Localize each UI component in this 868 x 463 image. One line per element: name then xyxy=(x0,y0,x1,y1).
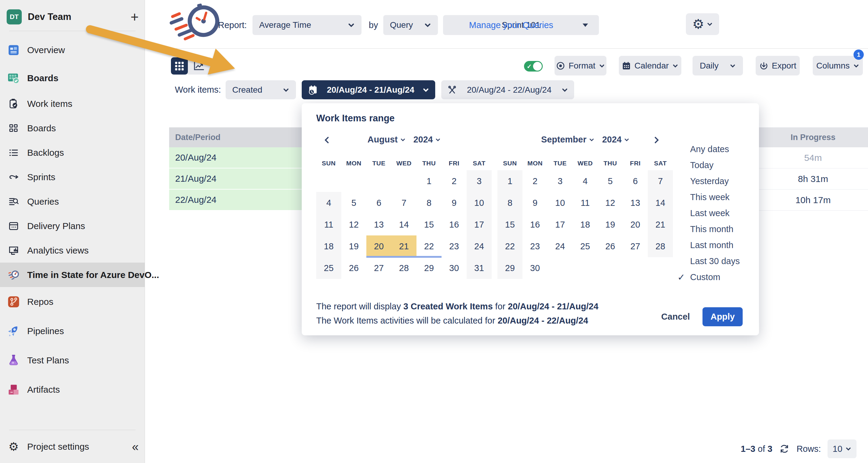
sidebar-item-test-plans[interactable]: Test Plans xyxy=(0,345,145,375)
calendar-day[interactable]: 30 xyxy=(441,257,467,279)
sidebar-item-analytics-views[interactable]: Analytics views xyxy=(0,238,145,263)
preset-option-last-month[interactable]: Last month xyxy=(676,237,758,253)
calendar-day[interactable]: 9 xyxy=(523,192,548,214)
calendar-day[interactable]: 12 xyxy=(341,214,366,235)
calendar-day[interactable]: 2 xyxy=(523,170,548,192)
preset-option-today[interactable]: Today xyxy=(676,157,758,173)
calendar-button[interactable]: Calendar xyxy=(619,56,681,75)
calendar-day[interactable]: 5 xyxy=(341,192,366,214)
preset-option-any-dates[interactable]: Any dates xyxy=(676,141,758,157)
calendar-day[interactable]: 24 xyxy=(548,235,572,257)
preset-option-this-month[interactable]: This month xyxy=(676,221,758,237)
collapse-sidebar-icon[interactable]: « xyxy=(132,440,138,454)
sidebar-item-sprints[interactable]: Sprints xyxy=(0,165,145,189)
manage-queries-link[interactable]: Manage your Queries xyxy=(469,15,553,35)
year-select[interactable]: 2024 xyxy=(413,135,441,144)
grid-view-button[interactable] xyxy=(171,57,188,74)
calendar-day[interactable]: 5 xyxy=(598,170,623,192)
calendar-day[interactable]: 13 xyxy=(623,192,648,214)
sidebar-item-boards[interactable]: Boards xyxy=(0,65,145,92)
rows-per-page-dropdown[interactable]: 10 xyxy=(828,439,857,458)
calendar-day[interactable]: 18 xyxy=(316,235,341,257)
export-button[interactable]: Export xyxy=(756,56,800,75)
month-select[interactable]: August xyxy=(368,135,406,144)
refresh-button[interactable] xyxy=(779,443,790,454)
calendar-day[interactable]: 7 xyxy=(648,170,673,192)
calendar-day[interactable]: 23 xyxy=(441,235,467,257)
sidebar-item-overview[interactable]: Overview xyxy=(0,36,145,65)
sidebar-item-artifacts[interactable]: Artifacts xyxy=(0,375,145,404)
calendar-day[interactable]: 22 xyxy=(416,235,441,257)
sidebar-item-backlogs[interactable]: Backlogs xyxy=(0,140,145,165)
sidebar-item-repos[interactable]: Repos xyxy=(0,287,145,316)
calendar-day[interactable]: 25 xyxy=(316,257,341,279)
apply-button[interactable]: Apply xyxy=(703,307,743,326)
sidebar-item-pipelines[interactable]: Pipelines xyxy=(0,316,145,345)
calendar-day[interactable]: 3 xyxy=(467,170,492,192)
add-project-button[interactable]: + xyxy=(129,11,141,23)
calendar-day[interactable]: 20 xyxy=(366,235,392,257)
calendar-day[interactable]: 11 xyxy=(316,214,341,235)
sidebar-item-delivery-plans[interactable]: Delivery Plans xyxy=(0,214,145,238)
calendar-day[interactable]: 10 xyxy=(467,192,492,214)
month-select[interactable]: September xyxy=(541,135,594,144)
calendar-day[interactable]: 7 xyxy=(392,192,416,214)
work-items-state-dropdown[interactable]: Created xyxy=(226,80,296,99)
calendar-day[interactable]: 14 xyxy=(648,192,673,214)
calendar-day[interactable]: 6 xyxy=(623,170,648,192)
year-select[interactable]: 2024 xyxy=(602,135,630,144)
calendar-day[interactable]: 1 xyxy=(497,170,523,192)
sidebar-item-time-in-state-for-azure-devo[interactable]: Time in State for Azure DevO... xyxy=(0,263,145,287)
calendar-day[interactable]: 24 xyxy=(467,235,492,257)
sidebar-item-boards[interactable]: Boards xyxy=(0,116,145,140)
report-range-dropdown[interactable]: 20/Aug/24 - 21/Aug/24 xyxy=(302,80,435,99)
calendar-day[interactable]: 21 xyxy=(648,214,673,235)
calendar-day[interactable]: 26 xyxy=(341,257,366,279)
calendar-day[interactable]: 4 xyxy=(316,192,341,214)
settings-gear-button[interactable]: ⚙ xyxy=(686,13,719,35)
preset-option-this-week[interactable]: This week xyxy=(676,189,758,205)
calendar-day[interactable]: 23 xyxy=(523,235,548,257)
calendar-day[interactable]: 1 xyxy=(416,170,441,192)
calendar-day[interactable]: 3 xyxy=(548,170,572,192)
format-button[interactable]: Format xyxy=(555,56,607,75)
sidebar-item-work-items[interactable]: Work items xyxy=(0,92,145,116)
calendar-day[interactable]: 6 xyxy=(366,192,392,214)
calendar-day[interactable]: 28 xyxy=(648,235,673,257)
calendar-day[interactable]: 8 xyxy=(497,192,523,214)
preset-option-last-week[interactable]: Last week xyxy=(676,205,758,221)
calendar-day[interactable]: 27 xyxy=(366,257,392,279)
calculation-range-dropdown[interactable]: 20/Aug/24 - 22/Aug/24 xyxy=(441,80,574,99)
calendar-day[interactable]: 17 xyxy=(467,214,492,235)
report-toggle-switch[interactable]: ✓ xyxy=(524,61,543,71)
calendar-day[interactable]: 31 xyxy=(467,257,492,279)
preset-option-custom[interactable]: ✓Custom xyxy=(676,269,758,285)
calendar-day[interactable]: 27 xyxy=(623,235,648,257)
calendar-day[interactable]: 14 xyxy=(392,214,416,235)
group-by-dropdown[interactable]: Query xyxy=(383,15,438,35)
calendar-day[interactable]: 19 xyxy=(598,214,623,235)
calendar-day[interactable]: 16 xyxy=(523,214,548,235)
calendar-day[interactable]: 15 xyxy=(497,214,523,235)
calendar-day[interactable]: 2 xyxy=(441,170,467,192)
calendar-day[interactable]: 22 xyxy=(497,235,523,257)
calendar-day[interactable]: 21 xyxy=(392,235,416,257)
calendar-day[interactable]: 8 xyxy=(416,192,441,214)
calendar-day[interactable]: 12 xyxy=(598,192,623,214)
calendar-day[interactable]: 29 xyxy=(497,257,523,279)
calendar-day[interactable]: 17 xyxy=(548,214,572,235)
calendar-day[interactable]: 16 xyxy=(441,214,467,235)
calendar-day[interactable]: 10 xyxy=(548,192,572,214)
calendar-day[interactable]: 25 xyxy=(572,235,598,257)
calendar-day[interactable]: 28 xyxy=(392,257,416,279)
calendar-day[interactable]: 11 xyxy=(572,192,598,214)
preset-option-last-30-days[interactable]: Last 30 days xyxy=(676,253,758,269)
calendar-day[interactable]: 9 xyxy=(441,192,467,214)
calendar-day[interactable]: 20 xyxy=(623,214,648,235)
calendar-day[interactable]: 18 xyxy=(572,214,598,235)
preset-option-yesterday[interactable]: Yesterday xyxy=(676,173,758,189)
report-type-dropdown[interactable]: Average Time xyxy=(252,15,362,35)
calendar-day[interactable]: 26 xyxy=(598,235,623,257)
calendar-day[interactable]: 4 xyxy=(572,170,598,192)
chart-view-button[interactable] xyxy=(186,57,212,74)
